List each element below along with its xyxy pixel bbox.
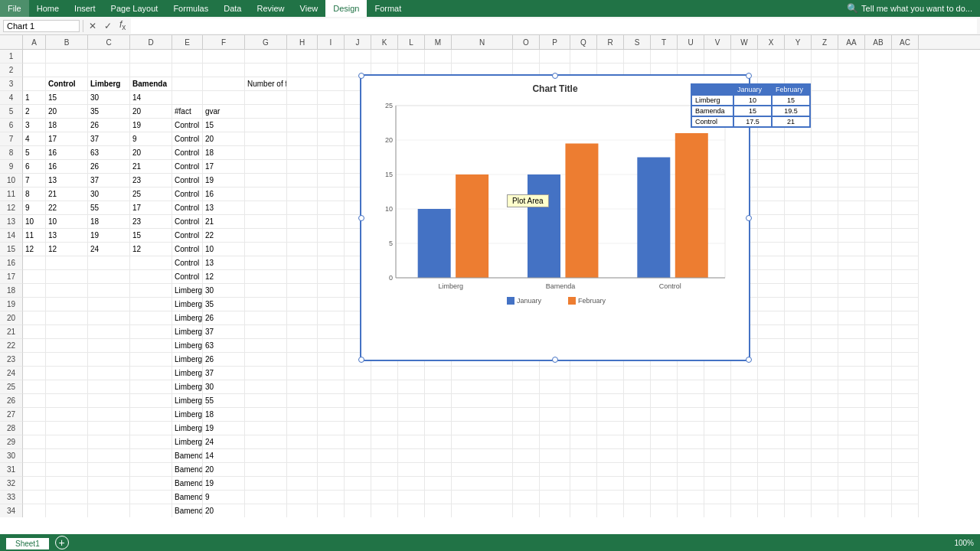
cell-H6[interactable]: [287, 119, 318, 132]
cell-X19[interactable]: [758, 298, 785, 311]
cell-J25[interactable]: [345, 380, 371, 394]
cell-B31[interactable]: [46, 463, 88, 477]
cell-Q29[interactable]: [570, 435, 597, 449]
cell-S26[interactable]: [624, 394, 651, 408]
cell-B29[interactable]: [46, 435, 88, 449]
cell-D2[interactable]: [130, 64, 172, 77]
cell-C25[interactable]: [88, 380, 130, 394]
cell-Y18[interactable]: [785, 284, 812, 298]
cell-N30[interactable]: [452, 449, 513, 463]
cell-M27[interactable]: [425, 408, 452, 422]
cell-V32[interactable]: [704, 477, 731, 491]
cell-T31[interactable]: [651, 463, 678, 477]
cell-I20[interactable]: [318, 311, 345, 325]
cell-I13[interactable]: [318, 215, 345, 229]
cell-G23[interactable]: [245, 353, 287, 367]
cell-X2[interactable]: [758, 64, 785, 77]
ribbon-tab-insert[interactable]: Insert: [67, 0, 103, 17]
cell-L25[interactable]: [398, 380, 425, 394]
cell-K31[interactable]: [371, 463, 398, 477]
cell-D29[interactable]: [130, 435, 172, 449]
cell-F15[interactable]: 10: [203, 243, 245, 256]
cell-D1[interactable]: [130, 50, 172, 64]
cell-Y19[interactable]: [785, 298, 812, 311]
cell-E6[interactable]: Control: [172, 119, 203, 132]
cell-AB14[interactable]: [865, 229, 892, 243]
cell-Z29[interactable]: [812, 435, 838, 449]
cell-Q25[interactable]: [570, 380, 597, 394]
cell-AC18[interactable]: [892, 284, 919, 298]
cell-I33[interactable]: [318, 491, 345, 504]
cell-F17[interactable]: 12: [203, 270, 245, 284]
cell-X9[interactable]: [758, 160, 785, 174]
cell-A14[interactable]: 11: [23, 229, 46, 243]
cell-P26[interactable]: [540, 394, 570, 408]
ribbon-tab-view[interactable]: View: [292, 0, 326, 17]
cell-T33[interactable]: [651, 491, 678, 504]
cell-S34[interactable]: [624, 504, 651, 517]
cell-A19[interactable]: [23, 298, 46, 311]
cell-G1[interactable]: [245, 50, 287, 64]
cell-F2[interactable]: [203, 64, 245, 77]
cell-Z8[interactable]: [812, 146, 838, 160]
cell-M34[interactable]: [425, 504, 452, 517]
cell-X13[interactable]: [758, 215, 785, 229]
cell-A33[interactable]: [23, 491, 46, 504]
cell-X8[interactable]: [758, 146, 785, 160]
cell-AB6[interactable]: [865, 119, 892, 132]
cell-E5[interactable]: #fact: [172, 105, 203, 119]
cell-C34[interactable]: [88, 504, 130, 517]
cell-H15[interactable]: [287, 243, 318, 256]
cell-K1[interactable]: [371, 50, 398, 64]
cell-Q30[interactable]: [570, 449, 597, 463]
col-header-P[interactable]: P: [540, 35, 570, 49]
cell-N31[interactable]: [452, 463, 513, 477]
cell-D3[interactable]: Bamenda: [130, 77, 172, 91]
cell-E13[interactable]: Control: [172, 215, 203, 229]
cell-L30[interactable]: [398, 449, 425, 463]
cell-AA23[interactable]: [838, 353, 865, 367]
cell-V1[interactable]: [704, 50, 731, 64]
cell-J26[interactable]: [345, 394, 371, 408]
cell-A29[interactable]: [23, 435, 46, 449]
cell-AA3[interactable]: [838, 77, 865, 91]
col-header-H[interactable]: H: [287, 35, 318, 49]
cell-K27[interactable]: [371, 408, 398, 422]
cell-AA5[interactable]: [838, 105, 865, 119]
cell-X14[interactable]: [758, 229, 785, 243]
cell-AC17[interactable]: [892, 270, 919, 284]
cell-X11[interactable]: [758, 187, 785, 201]
cell-J33[interactable]: [345, 491, 371, 504]
cell-G24[interactable]: [245, 367, 287, 380]
cell-L24[interactable]: [398, 367, 425, 380]
cell-F18[interactable]: 30: [203, 284, 245, 298]
cell-M32[interactable]: [425, 477, 452, 491]
cell-AC26[interactable]: [892, 394, 919, 408]
cell-F9[interactable]: 17: [203, 160, 245, 174]
cell-Y12[interactable]: [785, 201, 812, 215]
cell-G29[interactable]: [245, 435, 287, 449]
cell-F26[interactable]: 55: [203, 394, 245, 408]
cell-I24[interactable]: [318, 367, 345, 380]
col-header-R[interactable]: R: [597, 35, 624, 49]
cell-K33[interactable]: [371, 491, 398, 504]
cell-AB16[interactable]: [865, 256, 892, 270]
cell-B16[interactable]: [46, 256, 88, 270]
cell-AC27[interactable]: [892, 408, 919, 422]
fx-icon[interactable]: fx: [117, 19, 128, 31]
cell-I31[interactable]: [318, 463, 345, 477]
cell-E7[interactable]: Control: [172, 132, 203, 146]
cell-D33[interactable]: [130, 491, 172, 504]
cell-B1[interactable]: [46, 50, 88, 64]
cell-AB5[interactable]: [865, 105, 892, 119]
cell-A12[interactable]: 9: [23, 201, 46, 215]
cell-T34[interactable]: [651, 504, 678, 517]
cell-P31[interactable]: [540, 463, 570, 477]
cell-A27[interactable]: [23, 408, 46, 422]
cell-C27[interactable]: [88, 408, 130, 422]
cell-F21[interactable]: 37: [203, 325, 245, 339]
cell-T27[interactable]: [651, 408, 678, 422]
cell-H19[interactable]: [287, 298, 318, 311]
cell-X31[interactable]: [758, 463, 785, 477]
cell-U1[interactable]: [678, 50, 704, 64]
